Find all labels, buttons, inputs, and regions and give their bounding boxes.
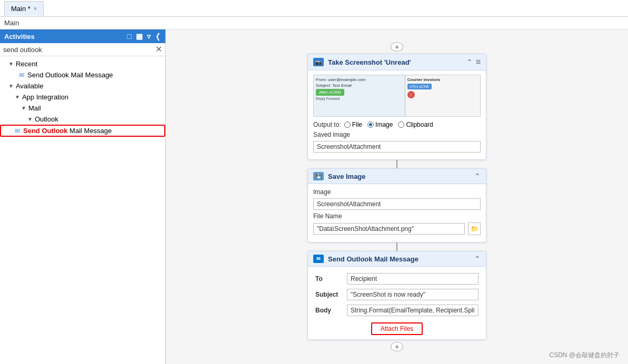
save-image-card: 💾 Save Image ⌃ Image File Name <box>307 168 486 242</box>
recent-collapse-arrow: ▼ <box>8 61 14 67</box>
send-mail-icon: ✉ <box>15 127 20 135</box>
recent-send-outlook-item[interactable]: ✉ Send Outlook Mail Message <box>0 69 165 80</box>
add-step-bottom-button[interactable]: + <box>391 342 403 351</box>
connector-1 <box>396 160 397 168</box>
copy-icon[interactable]: □ <box>127 32 132 41</box>
image-value-row <box>313 198 481 210</box>
screenshot-card-body: From: user@example.com Subject: Test Ema… <box>308 70 486 159</box>
recent-section-label[interactable]: ▼ Recent <box>0 58 165 69</box>
send-outlook-card-body: To Subject Body Attach Files <box>308 267 486 339</box>
available-section-label[interactable]: ▼ Available <box>0 80 165 92</box>
output-image-option[interactable]: Image <box>367 121 393 128</box>
mail-label[interactable]: ▼ Mail <box>0 103 165 114</box>
send-outlook-card-title: Send Outlook Mail Message <box>328 255 418 263</box>
filename-input-row: 📁 <box>313 223 481 235</box>
body-input[interactable] <box>347 305 479 316</box>
output-image-radio[interactable] <box>367 122 374 128</box>
paste-icon[interactable]: ▦ <box>136 32 143 41</box>
output-clipboard-option[interactable]: Clipboard <box>398 121 433 128</box>
subject-label: Subject <box>315 291 338 298</box>
breadcrumb: Main <box>0 17 628 29</box>
main-tab[interactable]: Main * × <box>4 1 44 16</box>
screenshot-card-title: Take Screenshot 'Unread' <box>328 58 411 66</box>
save-image-card-title: Save Image <box>328 173 366 180</box>
send-outlook-card: ✉ Send Outlook Mail Message ⌃ To <box>307 251 486 340</box>
image-label: Image <box>313 188 331 196</box>
pin-icon[interactable]: ❬ <box>155 32 161 41</box>
tab-label: Main * <box>11 5 31 13</box>
add-step-top-button[interactable]: + <box>391 42 403 52</box>
to-row: To <box>313 271 481 287</box>
workflow-container: + 📷 Take Screenshot 'Unread' ⌃ ≡ <box>292 40 502 353</box>
connector-2 <box>396 242 397 251</box>
screenshot-card: 📷 Take Screenshot 'Unread' ⌃ ≡ From: use… <box>307 54 486 160</box>
available-collapse-arrow: ▼ <box>8 83 14 89</box>
subject-input[interactable] <box>347 289 479 300</box>
sidebar-search-bar: ✕ <box>0 43 165 56</box>
to-input[interactable] <box>347 273 479 285</box>
filter-icon[interactable]: ▿ <box>147 32 151 41</box>
screenshot-card-header: 📷 Take Screenshot 'Unread' ⌃ ≡ <box>308 54 486 70</box>
subject-row: Subject <box>313 287 481 302</box>
screenshot-preview: From: user@example.com Subject: Test Ema… <box>313 75 481 117</box>
send-outlook-card-header: ✉ Send Outlook Mail Message ⌃ <box>308 251 486 267</box>
tab-close-button[interactable]: × <box>34 5 37 12</box>
to-label: To <box>315 275 323 282</box>
watermark: CSDN @会敲键盘的肘子 <box>549 351 620 360</box>
output-file-radio[interactable] <box>344 122 351 128</box>
sidebar-header: Activities □ ▦ ▿ ❬ <box>0 29 165 43</box>
search-input[interactable] <box>3 46 153 54</box>
sidebar-title: Activities <box>4 33 35 41</box>
app-integration-label[interactable]: ▼ App Integration <box>0 92 165 103</box>
browse-file-button[interactable]: 📁 <box>468 223 481 235</box>
send-outlook-collapse-button[interactable]: ⌃ <box>474 255 481 263</box>
tab-bar: Main * × <box>0 0 628 17</box>
output-clipboard-radio[interactable] <box>398 122 404 128</box>
outlook-label[interactable]: ▼ Outlook <box>0 114 165 125</box>
output-to-row: Output to: File Image <box>313 121 481 128</box>
output-radio-group[interactable]: File Image Clipboard <box>344 121 433 128</box>
filename-label: File Name <box>313 213 342 220</box>
screenshot-collapse-button[interactable]: ⌃ <box>466 58 473 66</box>
send-outlook-tree-item[interactable]: ✉ Send Outlook Mail Message <box>0 125 165 137</box>
saved-image-input-row <box>313 141 481 153</box>
attach-files-row: Attach Files <box>313 322 481 335</box>
save-image-card-body: Image File Name 📁 <box>308 184 486 242</box>
output-file-option[interactable]: File <box>344 121 362 128</box>
body-label: Body <box>315 307 331 314</box>
sidebar-tree: ▼ Recent ✉ Send Outlook Mail Message ▼ A… <box>0 56 165 364</box>
mail-icon: ✉ <box>19 72 24 79</box>
filename-input[interactable] <box>313 223 465 235</box>
save-image-collapse-button[interactable]: ⌃ <box>474 172 481 180</box>
output-to-label: Output to: <box>313 121 341 128</box>
sidebar: Activities □ ▦ ▿ ❬ ✕ ▼ Recent <box>0 29 166 364</box>
canvas-area[interactable]: + 📷 Take Screenshot 'Unread' ⌃ ≡ <box>166 29 628 364</box>
attach-files-button[interactable]: Attach Files <box>371 322 423 335</box>
send-outlook-icon: ✉ <box>313 255 324 263</box>
send-outlook-form: To Subject Body <box>313 271 481 318</box>
saved-image-row: Saved image <box>313 131 481 138</box>
filename-label-row: File Name <box>313 213 481 220</box>
recent-section: ▼ Recent ✉ Send Outlook Mail Message <box>0 58 165 80</box>
saved-image-input[interactable] <box>313 141 481 153</box>
save-image-card-header: 💾 Save Image ⌃ <box>308 169 486 184</box>
image-input[interactable] <box>313 198 481 210</box>
available-section: ▼ Available ▼ App Integration ▼ Mail ▼ O… <box>0 80 165 137</box>
search-clear-button[interactable]: ✕ <box>155 45 162 54</box>
saved-image-label: Saved image <box>313 131 350 138</box>
main-layout: Activities □ ▦ ▿ ❬ ✕ ▼ Recent <box>0 29 628 364</box>
image-label-row: Image <box>313 188 481 196</box>
body-row: Body <box>313 302 481 318</box>
screenshot-menu-button[interactable]: ≡ <box>476 57 481 67</box>
save-image-icon: 💾 <box>313 172 324 180</box>
screenshot-icon: 📷 <box>313 58 324 66</box>
